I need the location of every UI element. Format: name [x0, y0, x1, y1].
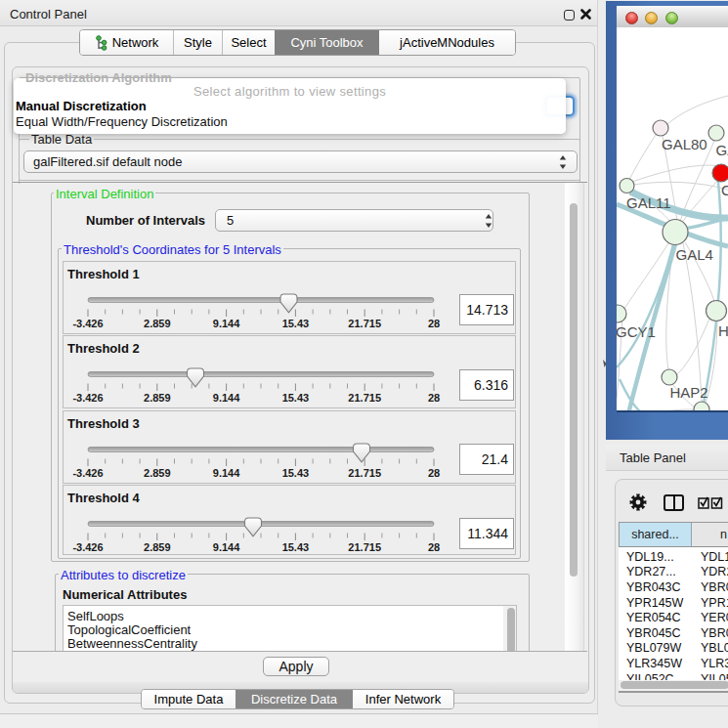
- svg-text:21.715: 21.715: [348, 466, 381, 478]
- svg-text:HAP2: HAP2: [670, 384, 708, 401]
- svg-text:28: 28: [428, 466, 440, 478]
- svg-text:9.144: 9.144: [213, 317, 240, 328]
- svg-text:21.715: 21.715: [348, 392, 381, 404]
- svg-text:15.43: 15.43: [282, 392, 310, 404]
- svg-text:2.859: 2.859: [144, 466, 171, 478]
- svg-text:C: C: [721, 182, 728, 198]
- svg-text:-3.426: -3.426: [72, 317, 103, 328]
- svg-text:21.715: 21.715: [348, 540, 381, 552]
- svg-text:GAL80: GAL80: [662, 136, 707, 152]
- svg-text:28: 28: [428, 540, 440, 552]
- svg-text:GA: GA: [716, 142, 728, 158]
- svg-text:28: 28: [428, 317, 440, 328]
- svg-text:15.43: 15.43: [282, 466, 310, 478]
- svg-text:-3.426: -3.426: [72, 540, 103, 552]
- svg-text:-3.426: -3.426: [72, 392, 103, 404]
- svg-text:H: H: [718, 322, 728, 339]
- svg-text:GAL4: GAL4: [676, 246, 713, 263]
- svg-text:-3.426: -3.426: [72, 466, 103, 478]
- svg-text:GCY1: GCY1: [617, 323, 656, 340]
- svg-text:15.43: 15.43: [282, 317, 310, 328]
- svg-text:2.859: 2.859: [144, 317, 171, 328]
- svg-text:9.144: 9.144: [213, 392, 240, 404]
- svg-text:2.859: 2.859: [144, 392, 171, 404]
- svg-text:15.43: 15.43: [282, 540, 310, 552]
- svg-text:9.144: 9.144: [213, 466, 240, 478]
- svg-text:2.859: 2.859: [144, 540, 171, 552]
- svg-text:21.715: 21.715: [348, 317, 381, 328]
- svg-text:28: 28: [428, 392, 440, 404]
- svg-text:9.144: 9.144: [213, 540, 240, 552]
- svg-text:GAL11: GAL11: [626, 194, 671, 211]
